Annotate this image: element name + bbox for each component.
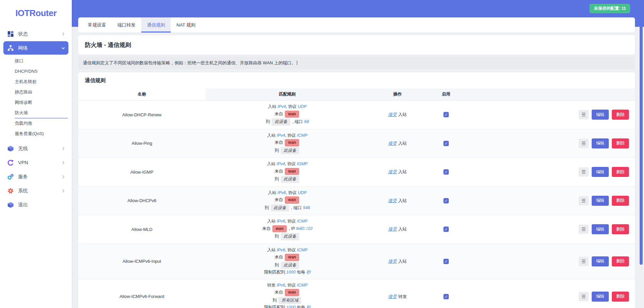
chevron-right-icon [61,189,65,193]
action-target: 入站 [398,227,407,232]
action-verb-link[interactable]: 接受 [388,259,397,264]
enable-checkbox[interactable]: ✓ [443,259,449,264]
rule-match-line: 到 所有区域 [206,297,369,305]
tab[interactable]: NAT 规则 [171,17,201,33]
drag-handle-button[interactable]: ☰ [579,292,589,301]
dashboard-icon [7,31,14,37]
rule-text: , 协议 [285,248,297,252]
rule-value: IPv6 [277,190,286,195]
sidebar-item-system[interactable]: 系统 [3,184,68,197]
drag-handle-button[interactable]: ☰ [579,139,589,148]
action-verb-link[interactable]: 接受 [388,227,397,232]
sidebar-item-label: VPN [18,160,28,165]
rule-value: IPv6 [277,248,285,252]
rule-action: 接受转发 [369,294,426,300]
edit-button[interactable]: 编辑 [592,292,609,302]
action-verb-link[interactable]: 接受 [388,198,397,203]
tab[interactable]: 常规设置 [82,17,112,33]
edit-button[interactable]: 编辑 [592,138,609,148]
rule-row: Allow-ICMPv6-Input入站 IPv6, 协议 ICMP来自 wan… [78,244,635,279]
sidebar-item-services[interactable]: 服务 [3,170,68,183]
delete-button[interactable]: 删除 [612,224,629,234]
rule-action: 接受入站 [369,169,426,175]
rule-text: 限制匹配到 [264,270,286,274]
enable-checkbox[interactable]: ✓ [443,112,449,117]
rule-value: fe80::/10 [296,226,313,231]
rule-text: 来自 [275,140,284,145]
action-verb-link[interactable]: 接受 [388,294,397,299]
edit-button[interactable]: 编辑 [592,196,609,206]
action-verb-link[interactable]: 接受 [388,169,397,174]
sidebar-item-vpn[interactable]: VPN [3,156,68,169]
enable-checkbox[interactable]: ✓ [443,227,449,232]
sidebar-item-network[interactable]: 网络 [3,41,68,55]
vpn-icon [7,160,14,166]
sidebar-subitem[interactable]: 主机名映射 [15,77,68,87]
chevron-right-icon [61,147,65,150]
sidebar-subitem[interactable]: 静态路由 [15,87,68,98]
rule-name: Allow-ICMPv6-Forward [78,294,206,299]
row-actions: ☰编辑删除 [466,110,635,120]
tab[interactable]: 通信规则 [141,17,171,33]
rule-text: , 协议 [285,162,297,166]
sidebar-item-status[interactable]: 状态 [3,27,68,41]
chevron-right-icon [61,175,65,179]
scrollbar[interactable] [639,0,644,308]
rule-value: 546 [303,205,310,210]
rule-match-line: 入站 IPv6, 协议 ICMP [206,247,369,254]
rule-value: IPv6 [277,283,285,288]
sidebar-subitem[interactable]: 服务质量(QoS) [15,129,68,139]
sidebar-nav: 状态网络接口DHCP/DNS主机名映射静态路由网络诊断防火墙负载均衡服务质量(Q… [0,27,72,211]
page-title: 防火墙 - 通信规则 [85,41,628,49]
enable-checkbox[interactable]: ✓ [443,141,449,146]
scrollbar-thumb[interactable] [640,10,643,265]
rule-match-line: 入站 IPv4, 协议 IGMP [206,161,369,168]
rule-text: 来自 [275,169,284,174]
sidebar-item-wireless[interactable]: 无线 [3,142,68,155]
delete-button[interactable]: 删除 [612,256,629,266]
table-body: Allow-DHCP-Renew入站 IPv4, 协议 UDP来自 wan到 此… [78,101,635,308]
edit-button[interactable]: 编辑 [592,256,609,266]
rule-match: 入站 IPv6, 协议 UDP来自 wan到 此设备 , 端口 546 [206,190,369,212]
tab[interactable]: 端口转发 [112,17,141,33]
enable-checkbox[interactable]: ✓ [443,294,449,299]
rule-text: 入站 [268,104,277,109]
sidebar-subitem[interactable]: 负载均衡 [15,118,68,129]
action-verb-link[interactable]: 接受 [388,112,397,117]
delete-button[interactable]: 删除 [612,138,629,148]
device-badge: 此设备 [281,262,300,269]
edit-button[interactable]: 编辑 [592,167,609,177]
drag-handle-button[interactable]: ☰ [579,196,589,205]
sidebar-subitem[interactable]: 防火墙 [15,108,68,118]
action-target: 转发 [398,294,407,299]
drag-handle-button[interactable]: ☰ [579,257,589,266]
delete-button[interactable]: 删除 [612,292,629,302]
zone-badge-wan: wan [285,196,299,204]
rule-action: 接受入站 [369,198,426,204]
zone-badge-wan: wan [272,225,287,233]
rule-text: 包每 [296,270,306,274]
drag-handle-button[interactable]: ☰ [579,110,589,119]
enable-checkbox[interactable]: ✓ [443,169,449,175]
unsaved-config-badge[interactable]: 未保存的配置: 11 [590,4,630,13]
rule-value: IPv4 [277,104,286,109]
edit-button[interactable]: 编辑 [592,110,609,120]
sidebar-item-label: 服务 [18,174,28,180]
sidebar-item-logout[interactable]: 退出 [3,198,68,211]
action-verb-link[interactable]: 接受 [388,141,397,146]
sidebar-subitem[interactable]: 接口 [15,56,68,66]
delete-button[interactable]: 删除 [612,167,629,177]
sidebar-subitem[interactable]: 网络诊断 [15,98,68,108]
enable-checkbox[interactable]: ✓ [443,198,449,203]
drag-handle-button[interactable]: ☰ [579,225,589,234]
sidebar-subitem[interactable]: DHCP/DNS [15,66,68,77]
zone-badge-wan: wan [285,111,299,118]
rule-text: 入站 [268,190,277,195]
system-icon [7,188,14,194]
drag-handle-button[interactable]: ☰ [579,167,589,177]
edit-button[interactable]: 编辑 [592,224,609,234]
rule-match-line: 到 此设备 [206,147,369,155]
rule-enable-cell: ✓ [426,259,466,264]
delete-button[interactable]: 删除 [612,110,629,120]
delete-button[interactable]: 删除 [612,196,629,206]
